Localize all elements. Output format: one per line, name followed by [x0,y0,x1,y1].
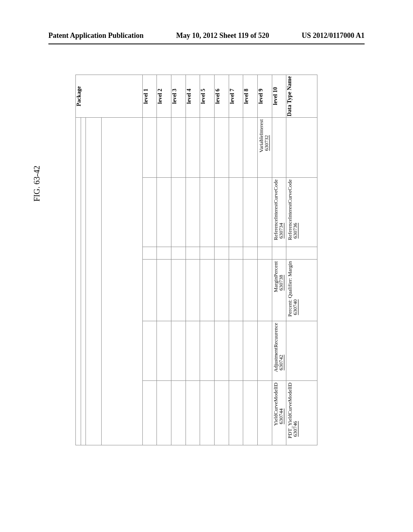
col-level3: level 3 [171,75,186,118]
col-level9: level 9 [258,75,272,118]
col-level8: level 8 [243,75,258,118]
header-right: US 2012/0117000 A1 [302,31,365,44]
col-level4: level 4 [186,75,200,118]
col-level6: level 6 [215,75,229,118]
cell-l10-r3: AdjustmentRecuurence630742 [272,321,286,381]
figure-label: FIG. 63-42 [32,166,42,202]
col-package: Package [76,75,143,118]
cell-l10-r1: ReferenceInterestCurveCode630734 [272,177,286,247]
cell-dtn-r1: ReferenceInterestCurveCode630736 [286,177,317,247]
cell-l10-r4: YieldCurveModelID630744 [272,381,286,445]
header-left: Patent Application Publication [48,31,144,44]
col-level2: level 2 [157,75,171,118]
col-level5: level 5 [200,75,215,118]
col-level1: level 1 [142,75,157,118]
col-dtn: Data Type Name [286,75,317,118]
col-level10: level 10 [272,75,286,118]
header-row: Package level 1 level 2 level 3 level 4 … [76,75,317,118]
page-header: Patent Application Publication May 10, 2… [48,31,365,44]
cell-dtn-r4: PDT_YieldCurveModelID630746 [286,381,317,445]
col-level7: level 7 [229,75,243,118]
cell-l10-r2: MarginPercent630738 [272,259,286,321]
table-row: VariableInterest630732 [76,118,317,178]
header-center: May 10, 2012 Sheet 119 of 520 [176,31,269,44]
table-wrap: Package level 1 level 2 level 3 level 4 … [75,75,317,445]
data-table: Package level 1 level 2 level 3 level 4 … [75,75,317,445]
cell-l9-r0: VariableInterest630732 [258,118,272,178]
cell-dtn-r2: Percent: Qualifier: Margin630740 [286,259,317,321]
